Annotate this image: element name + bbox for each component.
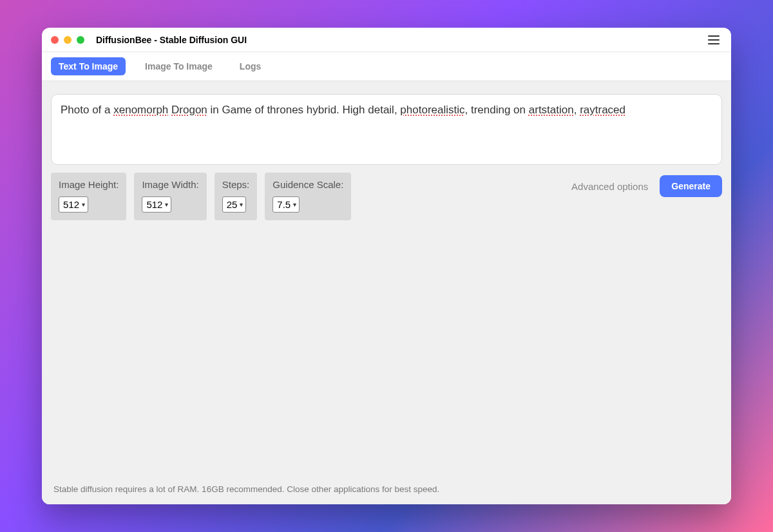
param-guidance: Guidence Scale: 7.5 ▾ <box>265 173 351 220</box>
select-value: 512 <box>146 199 162 210</box>
param-label: Guidence Scale: <box>272 179 343 190</box>
prompt-input[interactable]: Photo of a xenomorph Drogon in Game of t… <box>51 94 722 165</box>
param-label: Image Height: <box>59 179 119 190</box>
right-controls: Advanced options Generate <box>571 173 722 197</box>
close-icon[interactable] <box>51 36 59 44</box>
steps-select[interactable]: 25 ▾ <box>222 196 247 213</box>
select-value: 7.5 <box>277 199 291 210</box>
chevron-down-icon: ▾ <box>82 201 85 208</box>
minimize-icon[interactable] <box>64 36 72 44</box>
content-area: Photo of a xenomorph Drogon in Game of t… <box>42 81 731 504</box>
param-label: Steps: <box>222 179 250 190</box>
tab-logs[interactable]: Logs <box>232 57 269 75</box>
chevron-down-icon: ▾ <box>240 201 243 208</box>
fullscreen-icon[interactable] <box>77 36 84 44</box>
app-title: DiffusionBee - Stable Diffusion GUI <box>96 35 247 45</box>
image-height-select[interactable]: 512 ▾ <box>59 196 88 213</box>
guidance-select[interactable]: 7.5 ▾ <box>272 196 300 213</box>
controls-row: Image Height: 512 ▾ Image Width: 512 ▾ S… <box>51 173 722 220</box>
generate-button[interactable]: Generate <box>660 175 722 197</box>
footer-note: Stable diffusion requires a lot of RAM. … <box>53 484 439 494</box>
param-steps: Steps: 25 ▾ <box>215 173 258 220</box>
image-width-select[interactable]: 512 ▾ <box>142 196 171 213</box>
chevron-down-icon: ▾ <box>293 201 296 208</box>
chevron-down-icon: ▾ <box>165 201 168 208</box>
app-window: DiffusionBee - Stable Diffusion GUI Text… <box>42 28 731 504</box>
tabbar: Text To Image Image To Image Logs <box>42 52 731 81</box>
hamburger-menu-icon[interactable] <box>708 35 720 44</box>
param-image-width: Image Width: 512 ▾ <box>134 173 206 220</box>
tab-image-to-image[interactable]: Image To Image <box>137 57 220 75</box>
titlebar: DiffusionBee - Stable Diffusion GUI <box>42 28 731 52</box>
select-value: 25 <box>227 199 238 210</box>
tab-text-to-image[interactable]: Text To Image <box>51 57 126 75</box>
param-image-height: Image Height: 512 ▾ <box>51 173 126 220</box>
traffic-lights <box>51 36 84 44</box>
param-label: Image Width: <box>142 179 198 190</box>
select-value: 512 <box>63 199 79 210</box>
advanced-options-link[interactable]: Advanced options <box>571 181 648 192</box>
